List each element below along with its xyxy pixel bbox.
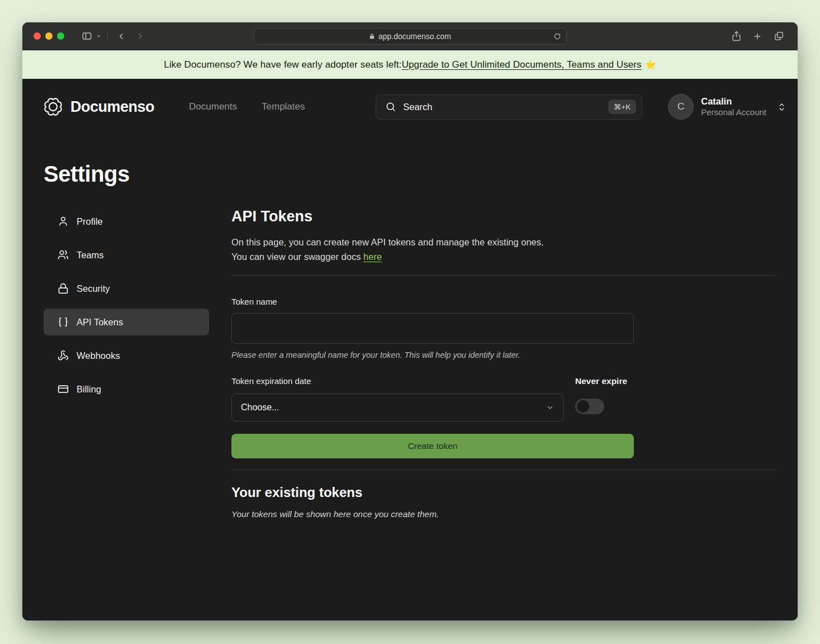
star-emoji: ⭐	[645, 59, 656, 70]
tab-overview-icon[interactable]	[771, 29, 786, 44]
sidebar-dropdown-chevron-icon[interactable]	[96, 31, 102, 41]
main-nav: Documents Templates	[189, 101, 305, 112]
app-content: Documenso Documents Templates Search ⌘+K…	[22, 79, 798, 621]
avatar: C	[668, 94, 694, 120]
sidebar-item-label: Webhooks	[77, 351, 120, 361]
forward-button[interactable]	[132, 29, 148, 44]
sidebar-item-security[interactable]: Security	[44, 275, 209, 302]
search-input[interactable]: Search ⌘+K	[376, 94, 642, 120]
reload-icon[interactable]	[553, 32, 561, 40]
traffic-lights	[34, 32, 64, 40]
sidebar-item-label: Billing	[77, 384, 101, 395]
close-window-button[interactable]	[34, 32, 41, 40]
sidebar-item-webhooks[interactable]: Webhooks	[44, 342, 209, 369]
token-name-label: Token name	[231, 297, 776, 306]
account-type: Personal Account	[701, 107, 766, 118]
user-icon	[57, 216, 69, 227]
settings-sidebar: Profile Teams Security	[44, 208, 209, 519]
sidebar-item-label: Profile	[77, 216, 103, 227]
user-name: Catalin	[701, 96, 766, 107]
swagger-docs-link[interactable]: here	[363, 252, 382, 262]
api-tokens-panel: API Tokens On this page, you can create …	[231, 208, 776, 519]
nav-templates[interactable]: Templates	[262, 101, 305, 112]
token-expiration-select[interactable]: Choose...	[231, 394, 564, 422]
brand-logo[interactable]: Documenso	[44, 97, 154, 116]
sidebar-item-label: Teams	[77, 250, 104, 261]
existing-tokens-heading: Your existing tokens	[231, 485, 776, 500]
chevrons-up-down-icon	[777, 102, 786, 112]
create-token-button[interactable]: Create token	[231, 434, 634, 458]
promo-text: Like Documenso? We have few early adopte…	[164, 59, 402, 70]
sidebar-item-label: API Tokens	[77, 317, 123, 328]
token-expiration-label: Token expiration date	[231, 376, 564, 386]
section-heading: API Tokens	[231, 208, 776, 225]
sidebar-toggle-icon[interactable]	[79, 29, 94, 44]
toolbar-divider	[107, 32, 108, 41]
sidebar-item-teams[interactable]: Teams	[44, 242, 209, 268]
minimize-window-button[interactable]	[45, 32, 53, 40]
search-shortcut-badge: ⌘+K	[608, 100, 636, 114]
upgrade-link[interactable]: Upgrade to Get Unlimited Documents, Team…	[402, 59, 642, 70]
section-description-line2: You can view our swagger docs	[231, 252, 363, 262]
toggle-knob	[577, 400, 589, 413]
search-placeholder: Search	[403, 102, 601, 112]
divider	[231, 275, 776, 276]
documenso-logo-icon	[44, 97, 63, 116]
never-expire-toggle[interactable]	[575, 399, 604, 414]
sidebar-item-billing[interactable]: Billing	[44, 376, 209, 402]
browser-window: app.documenso.com Like Documenso? We hav…	[22, 22, 798, 621]
address-bar[interactable]: app.documenso.com	[254, 28, 567, 45]
users-icon	[57, 249, 69, 261]
divider	[231, 470, 776, 470]
zoom-window-button[interactable]	[57, 32, 64, 40]
brand-wordmark: Documenso	[70, 98, 154, 116]
existing-tokens-empty-text: Your tokens will be shown here once you …	[231, 509, 776, 519]
sidebar-item-api-tokens[interactable]: API Tokens	[44, 309, 209, 335]
lock-icon	[57, 283, 69, 294]
search-icon	[385, 101, 396, 112]
back-button[interactable]	[113, 29, 129, 44]
token-name-input[interactable]	[231, 313, 634, 344]
new-tab-icon[interactable]	[750, 29, 765, 44]
braces-icon	[57, 316, 69, 328]
credit-card-icon	[57, 383, 69, 395]
account-menu[interactable]: C Catalin Personal Account	[668, 94, 786, 120]
section-description-line1: On this page, you can create new API tok…	[231, 235, 776, 250]
page-title: Settings	[44, 162, 776, 187]
chevron-down-icon	[546, 403, 554, 412]
webhook-icon	[57, 350, 69, 361]
never-expire-label: Never expire	[575, 376, 627, 386]
promo-banner: Like Documenso? We have few early adopte…	[22, 50, 798, 79]
sidebar-item-profile[interactable]: Profile	[44, 208, 209, 235]
browser-toolbar: app.documenso.com	[22, 22, 798, 50]
app-header: Documenso Documents Templates Search ⌘+K…	[44, 91, 786, 122]
select-value: Choose...	[241, 402, 546, 413]
lock-icon	[369, 33, 375, 40]
nav-documents[interactable]: Documents	[189, 101, 237, 112]
url-text: app.documenso.com	[378, 32, 451, 41]
token-name-hint: Please enter a meaningful name for your …	[231, 351, 776, 359]
share-icon[interactable]	[728, 29, 744, 44]
sidebar-item-label: Security	[77, 283, 110, 294]
